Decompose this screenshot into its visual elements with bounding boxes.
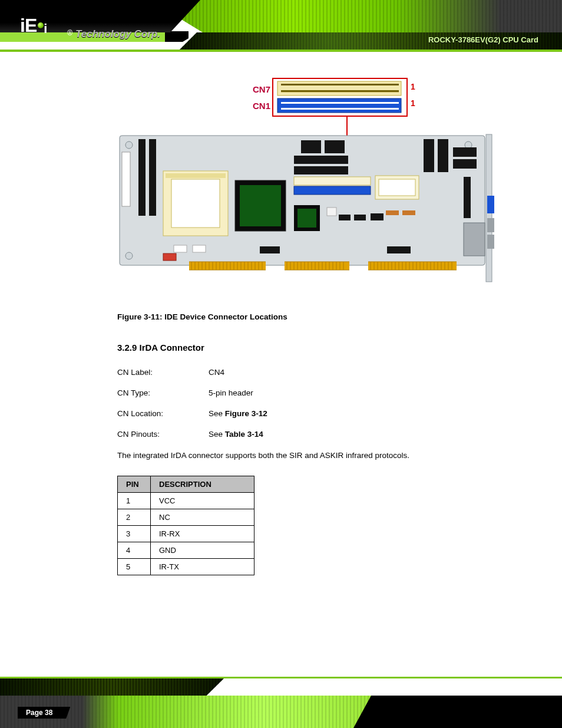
svg-rect-27 [297,209,316,228]
cell-pin: 2 [118,509,151,525]
svg-rect-23 [163,253,176,261]
svg-rect-21 [174,245,187,252]
svg-rect-49 [464,223,485,256]
pinout-table: PIN DESCRIPTION 1VCC 2NC 3IR-RX 4GND 5IR… [117,476,254,575]
svg-rect-1 [277,81,401,95]
banner-green-strip [150,0,562,32]
page-number-pill: Page 38 [18,707,70,719]
pin1-label-a: 1 [411,82,415,91]
section-paragraph: The integrated IrDA connector supports b… [117,450,494,462]
svg-rect-5 [281,90,399,92]
svg-rect-15 [122,152,130,206]
page-footer-banner: Page 38 [0,674,562,728]
svg-rect-45 [327,207,336,216]
svg-rect-44 [402,210,415,215]
svg-rect-22 [193,245,206,252]
svg-rect-8 [281,108,399,110]
svg-rect-30 [294,156,348,164]
spec-value: See Table 3-14 [209,430,263,439]
document-title: ROCKY-3786EV(G2) CPU Card [428,35,538,44]
svg-rect-52 [487,218,494,232]
spec-key: CN Type: [117,388,209,397]
cell-desc: GND [151,542,254,558]
table-row: 3IR-RX [118,525,254,542]
spec-row-label: CN Label: CN4 [117,368,494,377]
svg-rect-20 [166,173,226,178]
svg-rect-33 [294,186,371,195]
svg-rect-36 [424,139,434,172]
svg-rect-51 [487,196,494,213]
svg-rect-7 [281,102,399,104]
footer-divider [0,677,562,678]
svg-rect-42 [371,213,384,220]
logo-text: iE [20,15,37,37]
logo-text2: i [44,21,47,37]
table-row: 4GND [118,542,254,558]
svg-rect-32 [294,177,371,185]
svg-rect-38 [453,147,477,157]
document-body: Figure 3-11: IDE Device Connector Locati… [117,312,494,575]
spec-value: 5-pin header [209,388,253,397]
cell-desc: IR-RX [151,525,254,542]
svg-rect-28 [301,140,321,153]
svg-rect-16 [138,139,146,216]
logo-dot-icon [38,22,44,28]
table-row: 2NC [118,509,254,525]
table-row: 5IR-TX [118,558,254,575]
spec-row-type: CN Type: 5-pin header [117,388,494,397]
spec-value-ref: Table 3-14 [225,430,263,439]
table-header-pin: PIN [118,476,151,492]
cell-pin: 4 [118,542,151,558]
svg-rect-35 [379,179,415,196]
svg-rect-31 [294,166,348,174]
svg-rect-17 [149,139,156,216]
cell-pin: 5 [118,558,151,575]
table-header-row: PIN DESCRIPTION [118,476,254,492]
callout-cn7: CN7 [253,84,270,94]
spec-value-ref: Figure 3-12 [225,409,267,418]
logo-registered: ® [67,29,72,37]
page-label: Page [26,709,43,717]
cell-desc: NC [151,509,254,525]
svg-rect-37 [438,139,448,172]
board-svg: CN7 CN1 1 1 [117,77,494,283]
svg-rect-54 [189,262,266,270]
svg-rect-41 [354,215,366,220]
spec-key: CN Label: [117,368,209,377]
spec-key: CN Location: [117,409,209,418]
spec-key: CN Pinouts: [117,430,209,439]
logo-tagline: Technology Corp. [75,28,160,40]
page-number: 38 [45,709,52,717]
table-header-desc: DESCRIPTION [151,476,254,492]
svg-rect-43 [386,210,399,215]
svg-rect-6 [277,98,401,113]
svg-rect-39 [453,159,477,169]
spec-value-prefix: See [209,430,225,439]
spec-value: See Figure 3-12 [209,409,267,418]
svg-rect-53 [487,235,494,249]
cell-desc: IR-TX [151,558,254,575]
table-row: 1VCC [118,492,254,509]
cell-desc: VCC [151,492,254,509]
spec-row-location: CN Location: See Figure 3-12 [117,409,494,418]
svg-rect-19 [171,179,220,228]
logo-wordmark: iE i [20,17,47,37]
section-heading: 3.2.9 IrDA Connector [117,342,494,353]
svg-rect-25 [240,185,281,226]
footer-dark-strip [0,678,224,696]
svg-rect-48 [464,177,471,218]
svg-rect-40 [339,215,351,220]
callout-cn1: CN1 [253,101,270,111]
spec-value: CN4 [209,368,224,377]
board-diagram: CN7 CN1 1 1 [117,77,494,283]
svg-rect-47 [387,246,411,253]
spec-value-prefix: See [209,409,225,418]
svg-rect-4 [281,84,399,85]
spec-row-pinouts: CN Pinouts: See Table 3-14 [117,430,494,439]
svg-point-13 [125,252,133,259]
cell-pin: 3 [118,525,151,542]
brand-logo: iE i [20,17,47,37]
footer-black-wedge [353,696,562,728]
cell-pin: 1 [118,492,151,509]
svg-rect-46 [260,246,280,253]
